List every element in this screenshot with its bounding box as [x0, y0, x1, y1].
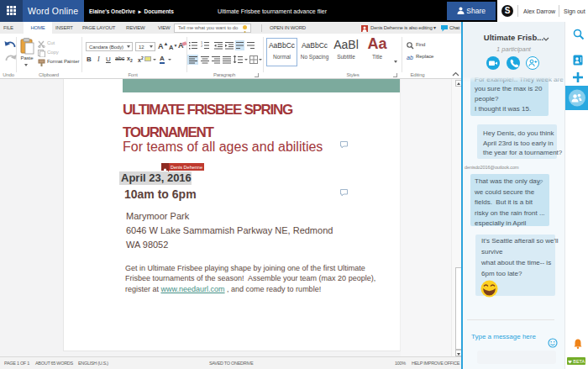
svg-text:ab: ab — [407, 55, 413, 61]
svg-text:2: 2 — [201, 44, 203, 48]
